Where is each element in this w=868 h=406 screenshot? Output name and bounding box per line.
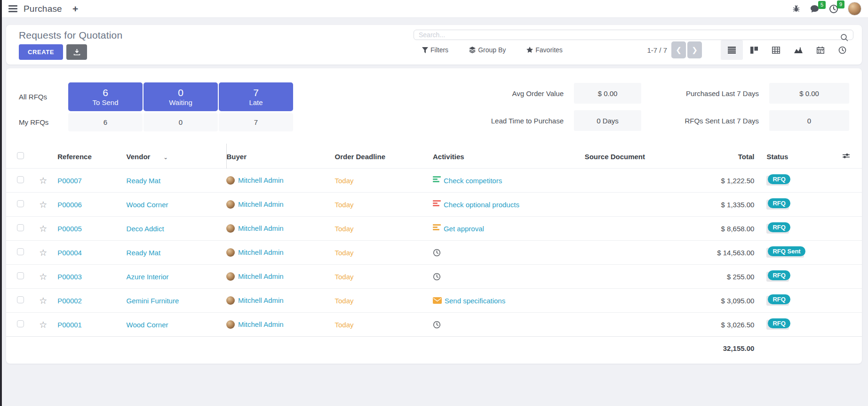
table-row[interactable]: ☆ P00004 Ready Mat Mitchell Admin Today …: [6, 241, 862, 265]
pager-next-button[interactable]: ❯: [687, 41, 702, 58]
search-icon[interactable]: [840, 33, 849, 42]
clock-icon[interactable]: [433, 273, 441, 281]
order-deadline: Today: [335, 225, 354, 233]
table-row[interactable]: ☆ P00006 Wood Corner Mitchell Admin Toda…: [6, 193, 862, 217]
vendor-link[interactable]: Ready Mat: [127, 177, 161, 185]
search-input[interactable]: [414, 30, 853, 40]
favorite-star-icon[interactable]: ☆: [36, 224, 47, 234]
apps-menu-icon[interactable]: [8, 5, 17, 12]
favorite-star-icon: [526, 47, 533, 53]
all-rfqs-filter[interactable]: All RFQs: [19, 82, 67, 111]
column-header-status[interactable]: Status: [754, 144, 828, 169]
tile-my-late[interactable]: 7: [219, 113, 293, 131]
vendor-link[interactable]: Wood Corner: [127, 321, 168, 329]
activities-clock-icon[interactable]: 9: [829, 4, 838, 14]
table-row[interactable]: ☆ P00002 Gemini Furniture Mitchell Admin…: [6, 289, 862, 313]
column-header-activities[interactable]: Activities: [433, 144, 585, 169]
app-menu-purchase[interactable]: Purchase: [24, 4, 62, 14]
table-row[interactable]: ☆ P00003 Azure Interior Mitchell Admin T…: [6, 265, 862, 289]
column-header-reference[interactable]: Reference: [57, 144, 126, 169]
messages-icon[interactable]: 5: [810, 5, 820, 13]
favorite-star-icon[interactable]: ☆: [36, 272, 47, 282]
list-view-icon[interactable]: [721, 40, 743, 60]
select-all-checkbox[interactable]: [17, 152, 24, 159]
tasks-list-icon[interactable]: [433, 224, 441, 233]
vendor-link[interactable]: Deco Addict: [127, 225, 164, 233]
vendor-link[interactable]: Ready Mat: [127, 249, 161, 257]
activity-label[interactable]: Get approval: [444, 225, 484, 233]
favorite-star-icon[interactable]: ☆: [36, 296, 47, 306]
purchase-dashboard: All RFQs 6 To Send 0 Waiting 7 Late My R…: [6, 68, 862, 131]
pivot-view-icon[interactable]: [765, 40, 787, 60]
column-header-buyer[interactable]: Buyer: [226, 144, 335, 169]
kanban-view-icon[interactable]: [743, 40, 765, 60]
row-checkbox[interactable]: [17, 224, 24, 231]
export-download-button[interactable]: [66, 44, 87, 60]
row-checkbox[interactable]: [17, 320, 24, 327]
graph-view-icon[interactable]: [787, 40, 809, 60]
table-row[interactable]: ☆ P00005 Deco Addict Mitchell Admin Toda…: [6, 217, 862, 241]
reference-link[interactable]: P00003: [57, 273, 82, 281]
activity-label[interactable]: Check competitors: [444, 177, 502, 185]
buyer-link[interactable]: Mitchell Admin: [238, 248, 284, 256]
user-avatar[interactable]: [848, 2, 861, 16]
calendar-view-icon[interactable]: [809, 40, 831, 60]
row-checkbox[interactable]: [17, 176, 24, 183]
vendor-link[interactable]: Wood Corner: [127, 201, 168, 209]
favorite-star-icon[interactable]: ☆: [36, 176, 47, 186]
favorite-star-icon[interactable]: ☆: [36, 320, 47, 330]
tile-my-to-send[interactable]: 6: [68, 113, 143, 131]
tile-waiting[interactable]: 0 Waiting: [143, 82, 218, 111]
optional-columns-icon[interactable]: [829, 144, 862, 169]
row-checkbox[interactable]: [17, 296, 24, 303]
pager-previous-button[interactable]: ❮: [671, 41, 686, 58]
reference-link[interactable]: P00001: [57, 321, 82, 329]
reference-link[interactable]: P00006: [57, 201, 82, 209]
row-checkbox[interactable]: [17, 272, 24, 279]
vendor-link[interactable]: Azure Interior: [127, 273, 169, 281]
column-header-vendor[interactable]: Vendor⌄: [127, 144, 226, 169]
clock-icon[interactable]: [433, 321, 441, 329]
tile-late[interactable]: 7 Late: [219, 82, 293, 111]
buyer-link[interactable]: Mitchell Admin: [238, 272, 284, 280]
favorites-button[interactable]: Favorites: [526, 46, 563, 54]
create-button[interactable]: CREATE: [19, 44, 63, 60]
column-header-total[interactable]: Total: [691, 144, 754, 169]
vendor-link[interactable]: Gemini Furniture: [127, 297, 179, 305]
tasks-list-icon[interactable]: [433, 176, 441, 185]
buyer-link[interactable]: Mitchell Admin: [238, 224, 284, 232]
table-row[interactable]: ☆ P00001 Wood Corner Mitchell Admin Toda…: [6, 313, 862, 337]
activity-label[interactable]: Send specifications: [445, 297, 505, 305]
activity-view-icon[interactable]: [831, 40, 853, 60]
reference-link[interactable]: P00007: [57, 177, 82, 185]
filters-button[interactable]: Filters: [422, 46, 448, 54]
column-header-source-document[interactable]: Source Document: [585, 144, 691, 169]
buyer-link[interactable]: Mitchell Admin: [238, 200, 284, 208]
my-rfqs-filter[interactable]: My RFQs: [19, 113, 67, 131]
group-by-button[interactable]: Group By: [469, 46, 506, 54]
table-header-row: Reference Vendor⌄ Buyer Order Deadline A…: [6, 144, 862, 169]
row-checkbox[interactable]: [17, 200, 24, 207]
activity-label[interactable]: Check optional products: [444, 201, 519, 209]
tasks-list-icon[interactable]: [433, 200, 441, 209]
buyer-link[interactable]: Mitchell Admin: [238, 320, 284, 328]
debug-bug-icon[interactable]: [792, 5, 800, 13]
total-amount: $ 1,335.00: [721, 201, 755, 209]
favorite-star-icon[interactable]: ☆: [36, 200, 47, 210]
tile-my-waiting[interactable]: 0: [143, 113, 218, 131]
total-amount: $ 14,563.00: [717, 249, 754, 257]
row-checkbox[interactable]: [17, 248, 24, 255]
clock-icon[interactable]: [433, 249, 441, 257]
favorite-star-icon[interactable]: ☆: [36, 248, 47, 258]
reference-link[interactable]: P00005: [57, 225, 82, 233]
buyer-link[interactable]: Mitchell Admin: [238, 296, 284, 304]
tile-to-send[interactable]: 6 To Send: [68, 82, 143, 111]
table-row[interactable]: ☆ P00007 Ready Mat Mitchell Admin Today …: [6, 169, 862, 193]
reference-link[interactable]: P00002: [57, 297, 82, 305]
column-header-order-deadline[interactable]: Order Deadline: [335, 144, 433, 169]
buyer-link[interactable]: Mitchell Admin: [238, 176, 284, 184]
reference-link[interactable]: P00004: [57, 249, 82, 257]
envelope-icon[interactable]: [433, 297, 442, 304]
kpi-rfqs-sent-7d: 0: [769, 110, 849, 131]
new-tab-plus-icon[interactable]: +: [72, 4, 78, 14]
